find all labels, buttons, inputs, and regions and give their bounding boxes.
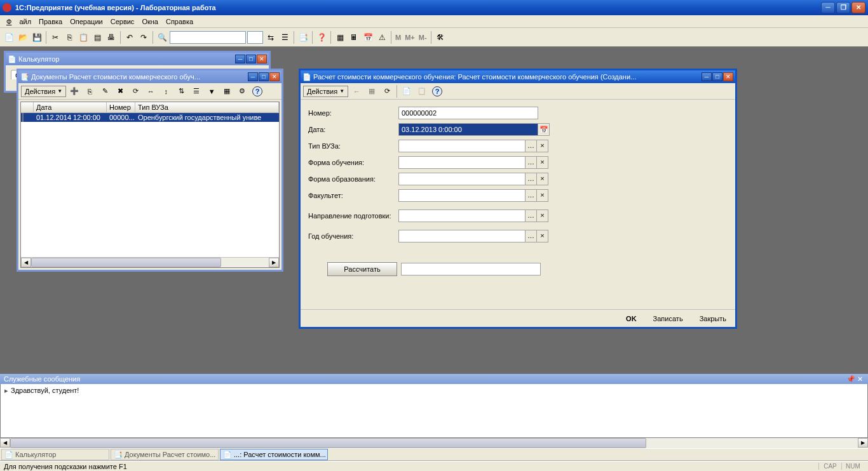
number-field[interactable] [398,107,538,119]
msg-scroll-right[interactable]: ▶ [858,438,868,448]
minimize-button[interactable]: ─ [821,2,835,13]
faculty-field[interactable] [398,189,526,202]
up-icon[interactable]: ↕ [159,84,173,98]
delete-icon[interactable]: ✖ [113,84,127,98]
cut-icon[interactable]: ✂ [49,31,62,44]
formstudy-clear-button[interactable]: × [537,156,548,169]
mminus-label[interactable]: M- [417,34,428,41]
direction-clear-button[interactable]: × [537,209,548,222]
cfg-icon[interactable]: ⚙ [235,84,249,98]
form-window[interactable]: 📄 Расчет стоимости коммерческого обучени… [299,69,737,329]
save-button[interactable]: Записать [648,313,688,324]
scroll-left-button[interactable]: ◀ [21,258,31,267]
list-actions-button[interactable]: Действия▼ [21,86,66,97]
mplus-label[interactable]: M+ [403,34,416,41]
warn-icon[interactable]: ⚠ [376,31,388,44]
form-nav2-icon[interactable]: ▦ [365,84,379,98]
form-min-button[interactable]: ─ [702,72,712,81]
formstudy-field[interactable] [398,156,526,169]
nav2-icon[interactable]: ☰ [278,31,291,44]
messages-scrollbar[interactable]: ◀ ▶ [0,438,868,448]
close-button[interactable]: ✕ [851,2,865,13]
grid-icon[interactable]: ▦ [334,31,346,44]
form-cfg2-icon[interactable]: 📋 [415,84,429,98]
save-icon[interactable]: 💾 [31,31,43,44]
calendar-icon[interactable]: 📅 [362,31,374,44]
year-clear-button[interactable]: × [537,230,548,242]
add-icon[interactable]: ➕ [67,84,81,98]
menu-edit[interactable]: Правка [35,17,66,27]
refresh-icon[interactable]: ⟳ [128,84,142,98]
tools-icon[interactable]: 🛠 [434,31,447,44]
col-date[interactable]: Дата [34,102,107,112]
msg-scroll-thumb[interactable] [10,438,646,448]
nav-icon[interactable]: ⇆ [264,31,277,44]
edit-icon[interactable]: ✎ [98,84,112,98]
documents-list-window[interactable]: 📑 Документы Расчет стоимости коммерческо… [17,69,283,272]
taskbtn-calculator[interactable]: 📄 Калькулятор [1,449,109,460]
horiz-scrollbar[interactable]: ◀ ▶ [21,257,279,267]
search-small-input[interactable] [247,31,263,44]
new-doc-icon[interactable]: 📄 [3,31,15,44]
list-grid[interactable]: Дата Номер Тип ВУЗа 01.12.2014 12:00:00 … [20,102,280,268]
taskbtn-documents[interactable]: 📑 Документы Расчет стоимо... [111,449,219,460]
menu-help[interactable]: Справка [162,17,197,27]
list-min-button[interactable]: ─ [248,72,258,81]
form-max-button[interactable]: □ [712,72,722,81]
col-icon[interactable] [21,102,34,112]
form-close-button[interactable]: ✕ [723,72,733,81]
date-field[interactable]: 03.12.2013 0:00:00 [398,123,538,136]
formedu-select-button[interactable]: … [526,173,537,185]
faculty-clear-button[interactable]: × [537,189,548,202]
list-close-button[interactable]: ✕ [269,72,280,81]
calc-close-button[interactable]: ✕ [257,55,267,63]
col-num[interactable]: Номер [107,102,135,112]
msg-scroll-left[interactable]: ◀ [0,438,10,448]
menu-file[interactable]: Файл [3,17,35,27]
help-tool-icon[interactable]: ❓ [315,31,328,44]
close-form-button[interactable]: Закрыть [695,313,731,324]
form-refresh-icon[interactable]: ⟳ [380,84,394,98]
menu-windows[interactable]: Окна [138,17,162,27]
clipboard-icon[interactable]: 📑 [297,31,309,44]
form-cfg-icon[interactable]: 📄 [400,84,414,98]
undo-icon[interactable]: ↶ [123,31,136,44]
faculty-select-button[interactable]: … [526,189,537,202]
search-input[interactable] [170,31,246,44]
sort-icon[interactable]: ⇅ [174,84,188,98]
messages-pin-button[interactable]: 📌 [846,375,855,383]
scroll-right-button[interactable]: ▶ [269,258,279,267]
calc-result-field[interactable] [401,263,541,275]
list-help-icon[interactable]: ? [250,84,264,98]
formstudy-select-button[interactable]: … [526,156,537,169]
filter-icon[interactable]: ☰ [189,84,203,98]
vuz-field[interactable] [398,140,526,152]
table-row[interactable]: 01.12.2014 12:00:00 00000... Оренбургски… [21,113,279,122]
redo-icon[interactable]: ↷ [137,31,150,44]
calculate-button[interactable]: Рассчитать [327,262,397,276]
paste-icon[interactable]: 📋 [77,31,90,44]
form-actions-button[interactable]: Действия▼ [303,86,348,97]
vuz-clear-button[interactable]: × [537,140,548,152]
col-type[interactable]: Тип ВУЗа [135,102,279,112]
calc-max-button[interactable]: □ [246,55,256,63]
date-picker-button[interactable]: 📅 [538,123,550,136]
direction-select-button[interactable]: … [526,209,537,222]
ok-button[interactable]: OK [621,313,642,324]
form-help-icon[interactable]: ? [430,84,444,98]
copy2-icon[interactable]: ⎘ [83,84,97,98]
open-icon[interactable]: 📂 [17,31,29,44]
calc-min-button[interactable]: ─ [235,55,245,63]
taskbtn-form[interactable]: 📄 ...: Расчет стоимости комм... [220,449,328,460]
menu-operations[interactable]: Операции [66,17,106,27]
year-select-button[interactable]: … [526,230,537,242]
scroll-thumb[interactable] [31,258,221,267]
m-label[interactable]: M [394,34,402,41]
year-field[interactable] [398,230,526,242]
print-icon[interactable]: 🖶 [105,31,118,44]
move-icon[interactable]: ↔ [144,84,158,98]
list-max-button[interactable]: □ [259,72,269,81]
menu-service[interactable]: Сервис [107,17,139,27]
copy-icon[interactable]: ⎘ [63,31,76,44]
direction-field[interactable] [398,209,526,222]
